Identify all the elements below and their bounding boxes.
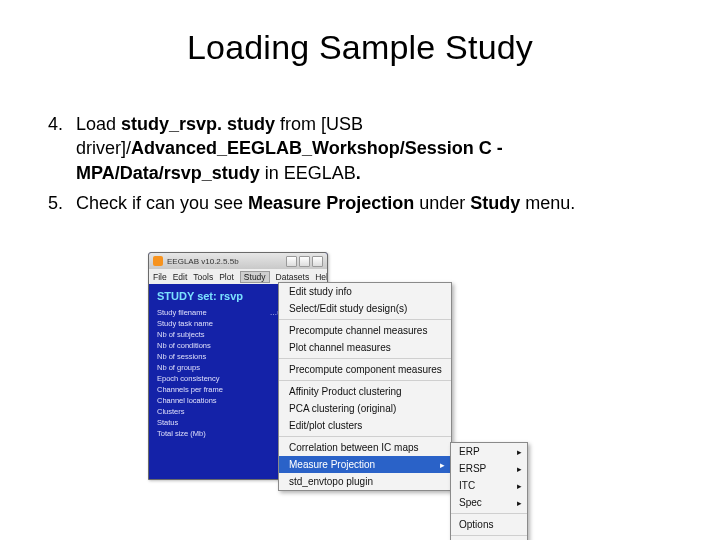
info-key: Study filename <box>157 308 207 317</box>
submenu-item[interactable]: Options <box>451 516 527 533</box>
menu-separator <box>279 319 451 320</box>
step-5: 5. Check if can you see Measure Projecti… <box>48 191 672 215</box>
menu-name: Measure Projection <box>248 193 414 213</box>
text-fragment: menu. <box>520 193 575 213</box>
text-fragment: in EEGLAB <box>260 163 356 183</box>
window-title: EEGLAB v10.2.5.5b <box>167 257 239 266</box>
app-icon <box>153 256 163 266</box>
submenu-item[interactable]: ITC▸ <box>451 477 527 494</box>
text-fragment: under <box>414 193 470 213</box>
menu-plot[interactable]: Plot <box>219 272 234 282</box>
info-key: Nb of conditions <box>157 341 211 350</box>
menu-item[interactable]: std_envtopo plugin <box>279 473 451 490</box>
submenu-arrow-icon: ▸ <box>517 481 522 491</box>
info-key: Epoch consistency <box>157 374 220 383</box>
text-fragment: Check if can you see <box>76 193 248 213</box>
close-button[interactable] <box>312 256 323 267</box>
measure-projection-submenu: ERP▸ERSP▸ITC▸Spec▸OptionsAbout <box>450 442 528 540</box>
info-key: Total size (Mb) <box>157 429 206 438</box>
info-key: Study task name <box>157 319 213 328</box>
menu-item[interactable]: Affinity Product clustering <box>279 383 451 400</box>
info-key: Status <box>157 418 178 427</box>
info-key: Nb of subjects <box>157 330 205 339</box>
menu-separator <box>451 535 527 536</box>
menu-separator <box>279 358 451 359</box>
menu-separator <box>279 436 451 437</box>
info-key: Clusters <box>157 407 185 416</box>
filename: study_rsvp. study <box>121 114 275 134</box>
menu-datasets[interactable]: Datasets <box>276 272 310 282</box>
text-fragment: Load <box>76 114 121 134</box>
slide-title: Loading Sample Study <box>0 28 720 67</box>
menu-item[interactable]: Correlation between IC maps <box>279 439 451 456</box>
step-text: Load study_rsvp. study from [USB driver]… <box>76 112 672 185</box>
menu-tools[interactable]: Tools <box>193 272 213 282</box>
eeglab-screenshot: EEGLAB v10.2.5.5b File Edit Tools Plot S… <box>148 252 568 492</box>
submenu-arrow-icon: ▸ <box>517 498 522 508</box>
menu-edit[interactable]: Edit <box>173 272 188 282</box>
menu-item[interactable]: Measure Projection▸ <box>279 456 451 473</box>
menu-file[interactable]: File <box>153 272 167 282</box>
menu-study[interactable]: Study <box>240 271 270 283</box>
menu-name: Study <box>470 193 520 213</box>
maximize-button[interactable] <box>299 256 310 267</box>
step-number: 5. <box>48 191 76 215</box>
instruction-list: 4. Load study_rsvp. study from [USB driv… <box>48 112 672 221</box>
menu-item[interactable]: Precompute component measures <box>279 361 451 378</box>
info-key: Channels per frame <box>157 385 223 394</box>
step-text: Check if can you see Measure Projection … <box>76 191 575 215</box>
submenu-arrow-icon: ▸ <box>440 460 445 470</box>
submenu-item[interactable]: ERSP▸ <box>451 460 527 477</box>
submenu-item[interactable]: Spec▸ <box>451 494 527 511</box>
step-number: 4. <box>48 112 76 185</box>
submenu-arrow-icon: ▸ <box>517 464 522 474</box>
menu-item[interactable]: Select/Edit study design(s) <box>279 300 451 317</box>
study-dropdown-menu: Edit study infoSelect/Edit study design(… <box>278 282 452 491</box>
info-key: Channel locations <box>157 396 217 405</box>
menu-separator <box>279 380 451 381</box>
submenu-arrow-icon: ▸ <box>517 447 522 457</box>
minimize-button[interactable] <box>286 256 297 267</box>
menu-item[interactable]: Edit/plot clusters <box>279 417 451 434</box>
menu-item[interactable]: PCA clustering (original) <box>279 400 451 417</box>
text-fragment: . <box>356 163 361 183</box>
menu-item[interactable]: Plot channel measures <box>279 339 451 356</box>
menu-separator <box>451 513 527 514</box>
step-4: 4. Load study_rsvp. study from [USB driv… <box>48 112 672 185</box>
window-titlebar: EEGLAB v10.2.5.5b <box>149 253 327 269</box>
menu-item[interactable]: Precompute channel measures <box>279 322 451 339</box>
info-key: Nb of groups <box>157 363 200 372</box>
submenu-item[interactable]: ERP▸ <box>451 443 527 460</box>
menu-item[interactable]: Edit study info <box>279 283 451 300</box>
info-key: Nb of sessions <box>157 352 206 361</box>
menu-help[interactable]: Help <box>315 272 328 282</box>
